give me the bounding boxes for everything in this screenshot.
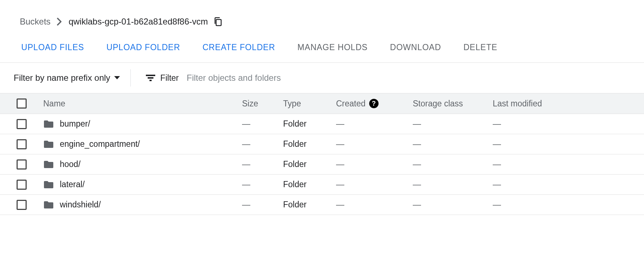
upload-folder-button[interactable]: UPLOAD FOLDER: [107, 43, 180, 52]
folder-icon: [43, 120, 54, 128]
caret-down-icon: [114, 76, 120, 80]
table-header: Name Size Type Created ? Storage class L…: [0, 93, 644, 114]
table-row: hood/—Folder———: [0, 154, 644, 175]
svg-rect-3: [149, 80, 152, 81]
object-name[interactable]: bumper/: [60, 119, 90, 129]
row-checkbox[interactable]: [17, 159, 27, 170]
cell-created: —: [336, 200, 413, 210]
cell-created: —: [336, 159, 413, 169]
cell-modified: —: [493, 200, 644, 210]
cell-modified: —: [493, 180, 644, 189]
table-row: lateral/—Folder———: [0, 175, 644, 195]
row-checkbox[interactable]: [17, 200, 27, 210]
cell-storage: —: [413, 119, 493, 129]
cell-created: —: [336, 180, 413, 189]
filter-bar: Filter by name prefix only Filter: [0, 63, 644, 93]
cell-storage: —: [413, 200, 493, 210]
folder-icon: [43, 180, 54, 189]
row-checkbox[interactable]: [17, 119, 27, 129]
cell-modified: —: [493, 119, 644, 129]
column-header-created[interactable]: Created ?: [336, 99, 413, 109]
cell-type: Folder: [283, 180, 336, 189]
cell-type: Folder: [283, 159, 336, 169]
vertical-separator: [130, 69, 131, 87]
breadcrumb-root[interactable]: Buckets: [20, 17, 50, 27]
filter-label: Filter: [160, 73, 179, 83]
breadcrumb-current: qwiklabs-gcp-01-b62a81ed8f86-vcm: [68, 17, 208, 27]
cell-size: —: [242, 119, 283, 129]
column-header-name[interactable]: Name: [43, 99, 242, 109]
filter-icon: [146, 74, 155, 82]
cell-type: Folder: [283, 200, 336, 210]
cell-type: Folder: [283, 139, 336, 149]
svg-rect-0: [216, 19, 221, 26]
svg-rect-2: [148, 77, 153, 79]
cell-storage: —: [413, 159, 493, 169]
column-header-type[interactable]: Type: [283, 99, 336, 109]
download-button[interactable]: DOWNLOAD: [390, 43, 441, 52]
table-row: windshield/—Folder———: [0, 195, 644, 215]
create-folder-button[interactable]: CREATE FOLDER: [202, 43, 275, 52]
manage-holds-button[interactable]: MANAGE HOLDS: [298, 43, 368, 52]
row-checkbox[interactable]: [17, 139, 27, 149]
table-row: bumper/—Folder———: [0, 114, 644, 134]
cell-size: —: [242, 200, 283, 210]
delete-button[interactable]: DELETE: [464, 43, 497, 52]
objects-table: Name Size Type Created ? Storage class L…: [0, 93, 644, 215]
help-icon[interactable]: ?: [369, 99, 379, 108]
cell-size: —: [242, 159, 283, 169]
table-row: engine_compartment/—Folder———: [0, 134, 644, 154]
filter-input[interactable]: [187, 73, 367, 83]
folder-icon: [43, 160, 54, 169]
select-all-checkbox[interactable]: [17, 98, 27, 109]
column-header-modified[interactable]: Last modified: [493, 99, 644, 109]
cell-modified: —: [493, 139, 644, 149]
column-header-size[interactable]: Size: [242, 99, 283, 109]
folder-icon: [43, 201, 54, 209]
row-checkbox[interactable]: [17, 180, 27, 190]
object-name[interactable]: hood/: [60, 159, 81, 169]
cell-created: —: [336, 139, 413, 149]
copy-icon[interactable]: [214, 17, 222, 26]
chevron-right-icon: [57, 18, 62, 26]
cell-size: —: [242, 180, 283, 189]
object-name[interactable]: windshield/: [60, 200, 101, 210]
toolbar: UPLOAD FILES UPLOAD FOLDER CREATE FOLDER…: [0, 43, 644, 52]
svg-rect-1: [146, 75, 155, 76]
object-name[interactable]: engine_compartment/: [60, 139, 140, 149]
upload-files-button[interactable]: UPLOAD FILES: [21, 43, 84, 52]
folder-icon: [43, 140, 54, 149]
cell-size: —: [242, 139, 283, 149]
breadcrumb: Buckets qwiklabs-gcp-01-b62a81ed8f86-vcm: [0, 17, 644, 27]
cell-created: —: [336, 119, 413, 129]
cell-storage: —: [413, 139, 493, 149]
filter-mode-dropdown[interactable]: Filter by name prefix only: [14, 73, 130, 83]
column-header-storage[interactable]: Storage class: [413, 99, 493, 109]
cell-storage: —: [413, 180, 493, 189]
cell-modified: —: [493, 159, 644, 169]
cell-type: Folder: [283, 119, 336, 129]
filter-mode-label: Filter by name prefix only: [14, 73, 110, 83]
object-name[interactable]: lateral/: [60, 180, 85, 189]
